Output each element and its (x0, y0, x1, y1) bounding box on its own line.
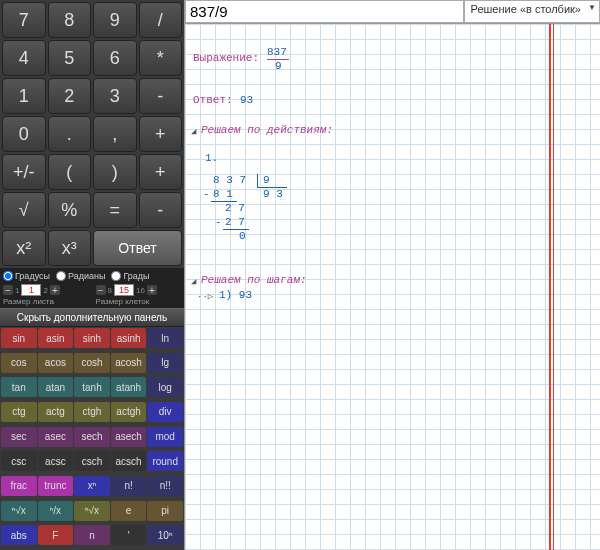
ext-key-ln[interactable]: ln (147, 328, 183, 348)
sheet-inc[interactable]: + (50, 285, 60, 295)
ext-key-x[interactable]: ⁿ√x (74, 501, 110, 521)
ext-key-tanh[interactable]: tanh (74, 377, 110, 397)
sheet-label: Размер листа (3, 297, 54, 306)
key-cube[interactable]: x³ (48, 230, 92, 266)
sheet-value: 1 (21, 284, 41, 296)
ext-key-n[interactable]: n! (111, 476, 147, 496)
key-lparen[interactable]: ( (48, 154, 92, 190)
hide-extra-panel[interactable]: Скрыть дополнительную панель (0, 308, 184, 327)
key-sqrt[interactable]: √ (2, 192, 46, 228)
ext-key-n[interactable]: n (74, 525, 110, 545)
ext-key-lg[interactable]: lg (147, 353, 183, 373)
ext-key-cos[interactable]: cos (1, 353, 37, 373)
ext-key-frac[interactable]: frac (1, 476, 37, 496)
ext-key-asin[interactable]: asin (38, 328, 74, 348)
ext-key-csc[interactable]: csc (1, 451, 37, 471)
key-7[interactable]: 7 (2, 2, 46, 38)
answer-value: 93 (240, 94, 253, 106)
ld-sub2-minus: - (215, 216, 222, 228)
step2-marker: ··▷ (197, 291, 213, 302)
key-1[interactable]: 1 (2, 78, 46, 114)
cells-value: 15 (114, 284, 134, 296)
key-minus[interactable]: - (139, 78, 183, 114)
key-multiply[interactable]: * (139, 40, 183, 76)
ext-key-sinh[interactable]: sinh (74, 328, 110, 348)
ext-key-asinh[interactable]: asinh (111, 328, 147, 348)
ext-key-round[interactable]: round (147, 451, 183, 471)
ext-key-atan[interactable]: atan (38, 377, 74, 397)
step2-text: 1) 93 (219, 289, 252, 301)
collapse-icon[interactable]: ◢ (191, 126, 196, 137)
sheet-dec[interactable]: − (3, 285, 13, 295)
ext-key-acsc[interactable]: acsc (38, 451, 74, 471)
ext-key-sec[interactable]: sec (1, 427, 37, 447)
cells-dec[interactable]: − (96, 285, 106, 295)
key-plus2[interactable]: + (139, 154, 183, 190)
key-6[interactable]: 6 (93, 40, 137, 76)
mode-select[interactable]: Решение «в столбик» (464, 0, 600, 23)
key-rparen[interactable]: ) (93, 154, 137, 190)
key-equals[interactable]: = (93, 192, 137, 228)
ext-key-acsch[interactable]: acsch (111, 451, 147, 471)
ext-key-tan[interactable]: tan (1, 377, 37, 397)
ld-sub1: 8 1 (213, 188, 233, 200)
ext-key-cosh[interactable]: cosh (74, 353, 110, 373)
radio-radians[interactable]: Радианы (56, 271, 105, 281)
ext-key-div[interactable]: div (147, 402, 183, 422)
key-4[interactable]: 4 (2, 40, 46, 76)
key-answer[interactable]: Ответ (93, 230, 182, 266)
answer-label: Ответ: (193, 94, 233, 106)
ext-key-atanh[interactable]: atanh (111, 377, 147, 397)
ld-rem2: 0 (239, 230, 246, 242)
key-percent[interactable]: % (48, 192, 92, 228)
ext-key-trunc[interactable]: trunc (38, 476, 74, 496)
ext-key-asech[interactable]: asech (111, 427, 147, 447)
key-9[interactable]: 9 (93, 2, 137, 38)
key-3[interactable]: 3 (93, 78, 137, 114)
ext-key-log[interactable]: log (147, 377, 183, 397)
key-negate[interactable]: +/- (2, 154, 46, 190)
key-sq[interactable]: x² (2, 230, 46, 266)
ext-key-pi[interactable]: pi (147, 501, 183, 521)
ext-key-F[interactable]: F (38, 525, 74, 545)
key-2[interactable]: 2 (48, 78, 92, 114)
expression-input[interactable] (185, 0, 464, 23)
ld-rem1: 2 7 (225, 202, 245, 214)
key-5[interactable]: 5 (48, 40, 92, 76)
ext-key-n[interactable]: n!! (147, 476, 183, 496)
radio-grads[interactable]: Грады (111, 271, 149, 281)
key-8[interactable]: 8 (48, 2, 92, 38)
ext-key-e[interactable]: e (111, 501, 147, 521)
ext-key-sech[interactable]: sech (74, 427, 110, 447)
radio-degrees[interactable]: Градусы (3, 271, 50, 281)
work-area: Решение «в столбик» Выражение: 837 9 Отв… (184, 0, 600, 550)
solution-paper: Выражение: 837 9 Ответ: 93 ◢ Решаем по д… (185, 24, 600, 550)
key-0[interactable]: 0 (2, 116, 46, 152)
ext-key-acos[interactable]: acos (38, 353, 74, 373)
ext-key-asec[interactable]: asec (38, 427, 74, 447)
ext-key-x[interactable]: ⁿ/x (38, 501, 74, 521)
key-minus2[interactable]: - (139, 192, 183, 228)
ext-key-acosh[interactable]: acosh (111, 353, 147, 373)
ext-key-ctgh[interactable]: ctgh (74, 402, 110, 422)
ext-key-actg[interactable]: actg (38, 402, 74, 422)
ext-key-ctg[interactable]: ctg (1, 402, 37, 422)
ld-quotient: 9 3 (263, 188, 283, 200)
key-dot[interactable]: . (48, 116, 92, 152)
ext-key-10[interactable]: 10ⁿ (147, 525, 183, 545)
key-divide[interactable]: / (139, 2, 183, 38)
ext-key-sin[interactable]: sin (1, 328, 37, 348)
ext-key-mod[interactable]: mod (147, 427, 183, 447)
ext-key-x[interactable]: xⁿ (74, 476, 110, 496)
ext-key-actgh[interactable]: actgh (111, 402, 147, 422)
key-comma[interactable]: , (93, 116, 137, 152)
expr-label: Выражение: (193, 52, 259, 64)
red-margin-2 (553, 24, 554, 550)
collapse-icon-2[interactable]: ◢ (191, 276, 196, 287)
key-plus[interactable]: + (139, 116, 183, 152)
cells-inc[interactable]: + (147, 285, 157, 295)
ext-key-[interactable]: ' (111, 525, 147, 545)
ext-key-csch[interactable]: csch (74, 451, 110, 471)
ext-key-x[interactable]: ⁿ√x (1, 501, 37, 521)
ext-key-abs[interactable]: abs (1, 525, 37, 545)
